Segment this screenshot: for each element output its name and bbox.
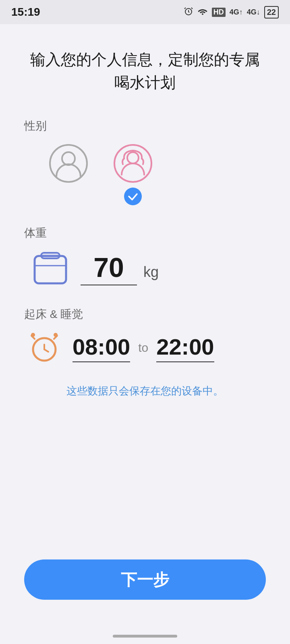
status-time: 15:19 — [11, 6, 40, 19]
gender-label: 性别 — [24, 118, 266, 134]
next-button[interactable]: 下一步 — [24, 559, 266, 600]
time-separator: to — [138, 341, 148, 355]
weight-section: 体重 70 kg — [24, 225, 266, 287]
weight-input-group: 70 kg — [81, 252, 159, 285]
hd-icon: HD — [212, 8, 226, 17]
signal-icon: 4G↑ — [230, 8, 243, 17]
female-avatar-icon — [113, 143, 153, 184]
home-indicator — [113, 635, 177, 638]
page-title: 输入您的个人信息，定制您的专属喝水计划 — [24, 48, 266, 94]
svg-rect-6 — [35, 256, 66, 283]
weight-label: 体重 — [24, 225, 266, 241]
battery-indicator: 22 — [264, 6, 279, 19]
gender-options — [24, 143, 266, 205]
alarm-clock-icon — [28, 332, 60, 364]
sleep-label: 起床 & 睡觉 — [24, 307, 266, 322]
male-avatar-icon — [48, 143, 89, 184]
alarm-status-icon — [184, 6, 193, 18]
svg-line-12 — [44, 349, 48, 352]
wifi-icon — [197, 7, 208, 17]
weight-row: 70 kg — [24, 250, 266, 287]
status-icons: HD 4G↑ 4G↓ 22 — [184, 6, 279, 19]
weight-unit: kg — [143, 264, 159, 281]
privacy-note: 这些数据只会保存在您的设备中。 — [24, 384, 266, 398]
main-content: 输入您的个人信息，定制您的专属喝水计划 性别 — [0, 24, 290, 628]
bottom-bar — [0, 628, 290, 644]
scale-icon — [32, 250, 68, 287]
gender-section: 性别 — [24, 118, 266, 205]
svg-point-13 — [31, 333, 35, 337]
signal-icon-2: 4G↓ — [247, 8, 260, 17]
svg-point-4 — [127, 152, 139, 163]
wake-time[interactable]: 08:00 — [72, 334, 130, 362]
svg-point-14 — [54, 333, 58, 337]
time-range: 08:00 to 22:00 — [72, 334, 214, 362]
svg-point-5 — [124, 188, 142, 205]
svg-point-2 — [62, 152, 75, 165]
female-selected-check — [124, 188, 142, 205]
svg-rect-8 — [41, 253, 60, 258]
weight-value[interactable]: 70 — [81, 252, 137, 285]
sleep-row: 08:00 to 22:00 — [24, 332, 266, 364]
sleep-section: 起床 & 睡觉 08:00 to 22:00 — [24, 307, 266, 364]
sleep-time[interactable]: 22:00 — [156, 334, 214, 362]
status-bar: 15:19 HD 4G↑ 4G↓ 22 — [0, 0, 290, 24]
gender-male[interactable] — [48, 143, 89, 184]
gender-female[interactable] — [113, 143, 153, 205]
